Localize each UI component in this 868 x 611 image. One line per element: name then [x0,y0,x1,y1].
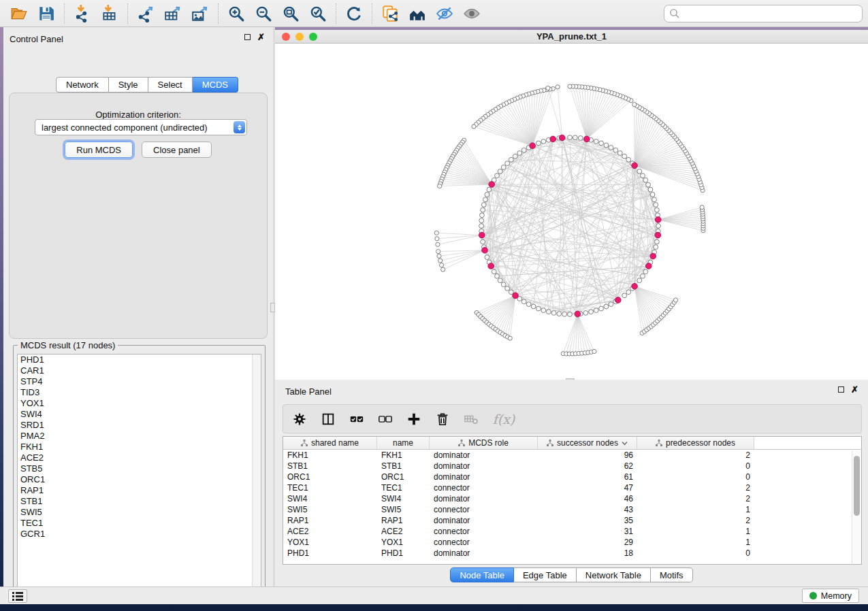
tab-select[interactable]: Select [148,77,193,93]
mcds-result-item[interactable]: STB5 [18,463,261,474]
mcds-result-item[interactable]: SWI5 [18,507,261,518]
settings-button[interactable] [290,410,309,429]
tab-motifs[interactable]: Motifs [651,567,693,582]
table-cell: YOX1 [283,538,377,547]
table-row[interactable]: ORC1ORC1dominator610 [283,472,861,482]
mcds-result-item[interactable]: CAR1 [18,365,261,376]
table-row[interactable]: YOX1YOX1connector291 [283,537,861,548]
table-row[interactable]: ACE2ACE2connector311 [283,526,861,537]
export-network-button[interactable] [132,2,159,25]
mcds-result-item[interactable]: SRD1 [18,420,261,431]
tab-network[interactable]: Network [56,77,109,93]
float-table-panel-icon[interactable] [838,386,844,393]
delete-button[interactable] [433,410,452,429]
mcds-result-item[interactable]: ORC1 [18,474,261,485]
close-window-light[interactable] [282,33,290,41]
table-row[interactable]: SWI4SWI4dominator462 [283,493,861,504]
tab-style[interactable]: Style [109,77,148,93]
table-cell: 2 [637,483,754,493]
column-header-name[interactable]: name [377,437,430,449]
tab-network-table[interactable]: Network Table [577,567,651,582]
vertical-splitter-handle[interactable] [270,303,275,312]
zoom-selected-button[interactable] [304,2,332,25]
table-cell: 35 [538,516,637,525]
export-image-button[interactable] [187,2,214,25]
refresh-button[interactable] [340,2,368,25]
close-table-panel-icon[interactable]: ✗ [851,386,858,393]
mcds-result-item[interactable]: PHD1 [18,354,261,365]
mcds-result-item[interactable]: STP4 [18,376,261,387]
mcds-result-item[interactable]: RAP1 [18,485,261,496]
task-history-button[interactable] [8,589,27,603]
mcds-result-item[interactable]: SWI4 [18,409,261,420]
run-mcds-button[interactable]: Run MCDS [65,142,133,158]
network-canvas[interactable] [275,44,868,380]
hide-selected-icon [436,5,453,22]
mcds-result-item[interactable]: TID3 [18,387,261,398]
delete-icon [435,412,450,427]
sort-chevron-icon [622,441,628,446]
deselect-all-button[interactable] [376,410,395,429]
close-panel-button[interactable]: Close panel [142,142,212,158]
import-network-icon [74,5,91,22]
network-graph[interactable] [275,44,868,380]
mcds-result-list[interactable]: PHD1CAR1STP4TID3YOX1SWI4SRD1PMA2FKH1ACE2… [17,354,261,593]
zoom-selected-icon [309,5,327,22]
criterion-select[interactable]: largest connected component (undirected) [35,119,247,135]
memory-button[interactable]: Memory [802,589,859,603]
minimize-window-light[interactable] [295,33,304,41]
mcds-result-item[interactable]: TEC1 [18,518,261,529]
mcds-list-scrollbar[interactable] [252,354,261,593]
function-button: f(x) [490,410,517,429]
table-cell: STB1 [377,461,430,471]
table-row[interactable]: RAP1RAP1dominator352 [283,515,861,526]
column-header-predecessor-nodes[interactable]: predecessor nodes [637,437,754,449]
add-button[interactable] [404,410,423,429]
network-window-title: YPA_prune.txt_1 [275,30,868,44]
split-columns-button[interactable] [319,410,338,429]
table-scrollbar-thumb[interactable] [854,456,860,516]
show-all-button[interactable] [458,2,485,25]
clone-network-button[interactable] [376,2,404,25]
mcds-result-item[interactable]: ACE2 [18,452,261,463]
save-button[interactable] [33,2,60,25]
import-table-button[interactable] [96,2,123,25]
network-window-titlebar[interactable]: YPA_prune.txt_1 [275,30,868,44]
column-header-successor-nodes[interactable]: successor nodes [538,437,637,449]
mcds-result-item[interactable]: PMA2 [18,431,261,442]
float-panel-icon[interactable] [244,34,251,40]
close-panel-icon[interactable]: ✗ [257,34,265,40]
zoom-out-button[interactable] [250,2,277,25]
tab-edge-table[interactable]: Edge Table [514,567,577,582]
hide-selected-button[interactable] [431,2,458,25]
mcds-result-item[interactable]: YOX1 [18,398,261,409]
select-all-button[interactable] [347,410,366,429]
add-icon [406,412,421,427]
zoom-fit-button[interactable] [277,2,304,25]
table-row[interactable]: FKH1FKH1dominator962 [283,450,861,461]
tab-mcds[interactable]: MCDS [193,77,238,93]
table-row[interactable]: SWI5SWI5connector431 [283,504,861,515]
table-cell: connector [430,538,538,547]
table-cell: SWI4 [283,494,377,503]
column-header-MCDS-role[interactable]: MCDS role [430,437,538,449]
table-row[interactable]: STB1STB1dominator620 [283,461,861,472]
table-scrollbar[interactable] [852,450,861,564]
export-table-button[interactable] [159,2,187,25]
mcds-result-item[interactable]: STB1 [18,496,261,507]
open-button[interactable] [5,2,33,25]
zoom-in-button[interactable] [223,2,250,25]
select-stepper-icon [234,121,245,133]
import-table-icon [101,5,118,22]
zoom-window-light[interactable] [309,33,317,41]
search-input[interactable] [664,5,863,22]
mcds-result-item[interactable]: GCR1 [18,529,261,540]
table-row[interactable]: PHD1PHD1dominator180 [283,548,861,559]
column-namespace-icon [656,440,662,446]
column-header-shared-name[interactable]: shared name [283,437,377,449]
first-neighbors-button[interactable] [404,2,431,25]
mcds-result-item[interactable]: FKH1 [18,442,261,452]
table-row[interactable]: TEC1TEC1connector472 [283,482,861,493]
import-network-button[interactable] [69,2,96,25]
tab-node-table[interactable]: Node Table [450,567,514,582]
